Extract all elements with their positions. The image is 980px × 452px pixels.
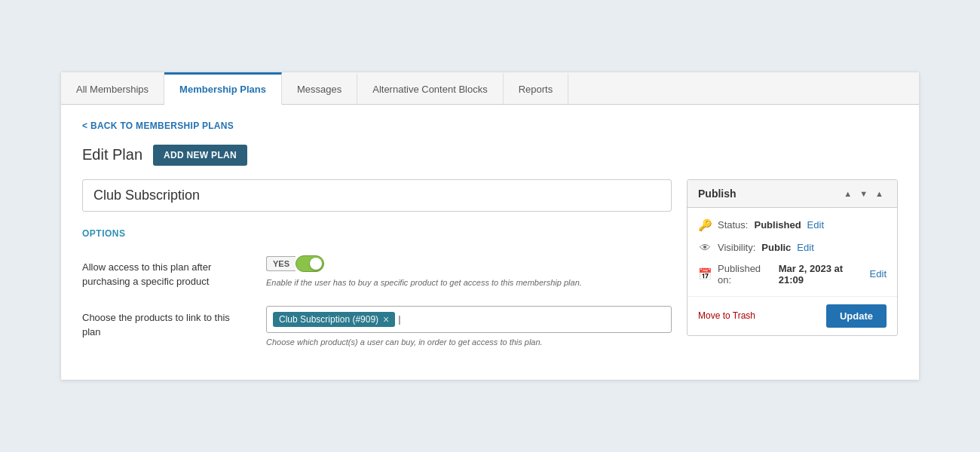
- tag-input-wrapper[interactable]: Club Subscription (#909) × |: [266, 306, 672, 333]
- move-to-trash-link[interactable]: Move to Trash: [698, 310, 755, 321]
- published-edit-link[interactable]: Edit: [870, 268, 887, 279]
- publish-box: Publish ▲ ▼ ▲ 🔑 Status: Published: [687, 179, 898, 336]
- content-area: < BACK TO MEMBERSHIP PLANS Edit Plan ADD…: [61, 105, 919, 380]
- tag-label: Club Subscription (#909): [279, 314, 378, 325]
- publish-title: Publish: [698, 188, 737, 200]
- tab-membership-plans[interactable]: Membership Plans: [164, 72, 282, 105]
- publish-date-row: 📅 Published on: Mar 2, 2023 at 21:09 Edi…: [698, 263, 887, 286]
- main-container: All Memberships Membership Plans Message…: [60, 72, 920, 381]
- status-value: Published: [754, 219, 801, 231]
- publish-collapse-up-btn[interactable]: ▲: [841, 188, 855, 200]
- tag-remove-icon[interactable]: ×: [383, 314, 389, 325]
- status-edit-link[interactable]: Edit: [807, 219, 824, 231]
- publish-body: 🔑 Status: Published Edit 👁 Visibility: P…: [688, 208, 897, 296]
- option2-hint: Choose which product(s) a user can buy, …: [266, 336, 672, 349]
- calendar-icon: 📅: [698, 267, 712, 281]
- add-new-plan-button[interactable]: ADD NEW PLAN: [153, 145, 247, 166]
- option-row-products: Choose the products to link to this plan…: [82, 306, 672, 349]
- publish-status-row: 🔑 Status: Published Edit: [698, 218, 887, 232]
- tag-cursor: |: [398, 313, 400, 325]
- publish-footer: Move to Trash Update: [688, 296, 897, 335]
- visibility-label: Visibility:: [718, 242, 755, 253]
- tabs-bar: All Memberships Membership Plans Message…: [61, 72, 919, 105]
- option1-controls: YES Enable if the user has to buy a spec…: [266, 255, 672, 289]
- option-row-toggle: Allow access to this plan after purchasi…: [82, 255, 672, 289]
- edit-plan-title: Edit Plan: [82, 146, 142, 163]
- tab-reports[interactable]: Reports: [504, 72, 569, 104]
- status-label: Status:: [718, 219, 748, 231]
- option2-controls: Club Subscription (#909) × | Choose whic…: [266, 306, 672, 349]
- toggle-switch[interactable]: [296, 255, 324, 272]
- tag-club-subscription: Club Subscription (#909) ×: [273, 312, 395, 327]
- options-heading: OPTIONS: [82, 228, 672, 242]
- publish-expand-full-btn[interactable]: ▲: [872, 188, 887, 200]
- publish-header: Publish ▲ ▼ ▲: [688, 180, 897, 208]
- option1-hint: Enable if the user has to buy a specific…: [266, 276, 672, 289]
- toggle-yes-label: YES: [266, 256, 296, 271]
- left-column: OPTIONS Allow access to this plan after …: [82, 179, 672, 365]
- visibility-value: Public: [761, 242, 791, 253]
- two-col-layout: OPTIONS Allow access to this plan after …: [82, 179, 898, 365]
- publish-visibility-row: 👁 Visibility: Public Edit: [698, 241, 887, 254]
- key-icon: 🔑: [698, 218, 712, 232]
- visibility-edit-link[interactable]: Edit: [797, 242, 813, 253]
- tab-all-memberships[interactable]: All Memberships: [61, 72, 164, 104]
- publish-arrows: ▲ ▼ ▲: [841, 188, 887, 200]
- published-label: Published on:: [718, 263, 773, 286]
- eye-icon: 👁: [698, 241, 712, 254]
- tab-alternative-content-blocks[interactable]: Alternative Content Blocks: [357, 72, 503, 104]
- option2-label: Choose the products to link to this plan: [82, 306, 248, 340]
- publish-panel: Publish ▲ ▼ ▲ 🔑 Status: Published: [687, 179, 898, 336]
- update-button[interactable]: Update: [826, 304, 887, 328]
- plan-name-input[interactable]: [82, 179, 672, 212]
- edit-plan-header: Edit Plan ADD NEW PLAN: [82, 145, 898, 166]
- tab-messages[interactable]: Messages: [282, 72, 357, 104]
- publish-expand-down-btn[interactable]: ▼: [856, 188, 871, 200]
- published-value: Mar 2, 2023 at 21:09: [779, 263, 864, 286]
- back-to-membership-plans-link[interactable]: < BACK TO MEMBERSHIP PLANS: [82, 121, 234, 131]
- option1-label: Allow access to this plan after purchasi…: [82, 255, 248, 289]
- toggle-wrapper: YES: [266, 255, 672, 272]
